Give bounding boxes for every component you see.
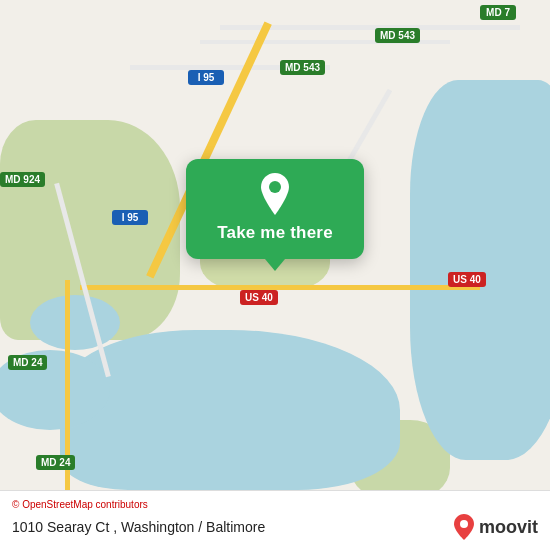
attribution: © OpenStreetMap contributors bbox=[12, 499, 538, 510]
location-pin-icon bbox=[257, 173, 293, 215]
cta-box[interactable]: Take me there bbox=[186, 159, 364, 259]
cta-label: Take me there bbox=[217, 223, 333, 243]
shield-i95-mid: I 95 bbox=[112, 210, 148, 225]
water-body-2 bbox=[60, 330, 400, 490]
location-region: Washington / Baltimore bbox=[121, 519, 265, 535]
cta-popup[interactable]: Take me there bbox=[186, 159, 364, 259]
moovit-pin-icon bbox=[453, 514, 475, 540]
svg-point-1 bbox=[460, 520, 468, 528]
bottom-bar: © OpenStreetMap contributors 1010 Searay… bbox=[0, 490, 550, 550]
moovit-brand-text: moovit bbox=[479, 517, 538, 538]
shield-md543-mid: MD 543 bbox=[280, 60, 325, 75]
water-body-1 bbox=[410, 80, 550, 460]
shield-md24-bot: MD 24 bbox=[36, 455, 75, 470]
location-text: 1010 Searay Ct , Washington / Baltimore bbox=[12, 519, 265, 535]
shield-us40-left: US 40 bbox=[240, 290, 278, 305]
water-body-4 bbox=[30, 295, 120, 350]
shield-md7: MD 7 bbox=[480, 5, 516, 20]
cta-box-wrapper[interactable]: Take me there bbox=[186, 159, 364, 259]
location-row: 1010 Searay Ct , Washington / Baltimore … bbox=[12, 514, 538, 540]
shield-md24-top: MD 24 bbox=[8, 355, 47, 370]
location-separator: , bbox=[113, 519, 121, 535]
map-container: MD 7 MD 543 MD 543 I 95 US 40 US 40 MD 9… bbox=[0, 0, 550, 550]
attribution-symbol: © bbox=[12, 499, 19, 510]
shield-i95-top: I 95 bbox=[188, 70, 224, 85]
moovit-logo: moovit bbox=[453, 514, 538, 540]
road-us40 bbox=[80, 285, 480, 290]
attribution-text: OpenStreetMap contributors bbox=[22, 499, 148, 510]
svg-point-0 bbox=[269, 181, 281, 193]
shield-md543-top: MD 543 bbox=[375, 28, 420, 43]
location-name: 1010 Searay Ct bbox=[12, 519, 109, 535]
shield-us40-right: US 40 bbox=[448, 272, 486, 287]
shield-md924: MD 924 bbox=[0, 172, 45, 187]
